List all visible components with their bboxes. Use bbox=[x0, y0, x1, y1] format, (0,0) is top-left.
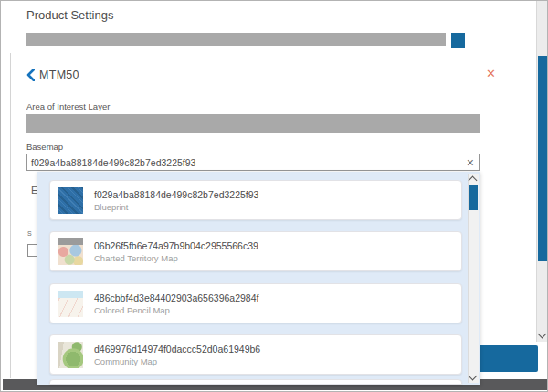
back-button[interactable]: MTM50 bbox=[26, 69, 79, 81]
basemap-dropdown: f029a4ba88184de499c82b7ed3225f93 Bluepri… bbox=[37, 172, 480, 385]
aoi-field[interactable] bbox=[26, 114, 480, 133]
primary-action-button[interactable] bbox=[479, 345, 538, 372]
basemap-option-name: Community Map bbox=[94, 356, 260, 366]
basemap-option-id: f029a4ba88184de499c82b7ed3225f93 bbox=[94, 189, 258, 200]
basemap-label: Basemap bbox=[26, 142, 63, 152]
product-settings-window: Product Settings MTM50 ✕ Area of Interes… bbox=[0, 0, 548, 392]
clear-input-icon[interactable]: × bbox=[461, 156, 480, 169]
redacted-action-button[interactable] bbox=[451, 33, 465, 48]
basemap-option-name: Charted Territory Map bbox=[94, 253, 258, 263]
back-label: MTM50 bbox=[39, 69, 79, 81]
basemap-option-blueprint[interactable]: f029a4ba88184de499c82b7ed3225f93 Bluepri… bbox=[49, 180, 462, 220]
redacted-field-bar bbox=[26, 33, 446, 46]
dropdown-scrollbar[interactable] bbox=[468, 174, 480, 383]
basemap-option-name: Colored Pencil Map bbox=[94, 305, 258, 315]
close-icon[interactable]: ✕ bbox=[486, 68, 496, 79]
scroll-down-icon[interactable] bbox=[469, 372, 478, 381]
basemap-thumbnail-charted-territory bbox=[58, 238, 83, 265]
page-title: Product Settings bbox=[26, 8, 113, 22]
basemap-thumbnail-community bbox=[58, 342, 83, 368]
basemap-option-colored-pencil[interactable]: 486cbbf4d3e84402903a656396a2984f Colored… bbox=[49, 283, 462, 323]
basemap-option-community[interactable]: d469976d14974f0daccc52d0a61949b6 Communi… bbox=[49, 334, 462, 375]
basemap-option-id: 486cbbf4d3e84402903a656396a2984f bbox=[94, 292, 258, 303]
basemap-option-partial[interactable] bbox=[49, 379, 462, 385]
panel-left-border bbox=[10, 53, 11, 378]
scroll-up-icon[interactable] bbox=[469, 176, 478, 185]
aoi-label: Area of Interest Layer bbox=[26, 101, 110, 111]
basemap-input[interactable]: f029a4ba88184de499c82b7ed3225f93 × bbox=[26, 154, 480, 171]
dropdown-scrollbar-thumb[interactable] bbox=[469, 185, 478, 210]
main-scrollbar-thumb[interactable] bbox=[538, 56, 547, 261]
basemap-option-charted-territory[interactable]: 06b26f5fb6e74a97b9b04c2955566c39 Charted… bbox=[49, 231, 462, 271]
basemap-option-id: 06b26f5fb6e74a97b9b04c2955566c39 bbox=[94, 240, 258, 251]
basemap-thumbnail-colored-pencil bbox=[58, 291, 83, 317]
basemap-thumbnail-blueprint bbox=[58, 187, 83, 214]
basemap-option-name: Blueprint bbox=[94, 202, 258, 212]
basemap-option-id: d469976d14974f0daccc52d0a61949b6 bbox=[94, 344, 260, 355]
hidden-label-fragment-2: S bbox=[27, 230, 32, 237]
back-chevron-icon bbox=[26, 69, 35, 81]
basemap-input-value: f029a4ba88184de499c82b7ed3225f93 bbox=[27, 157, 461, 168]
